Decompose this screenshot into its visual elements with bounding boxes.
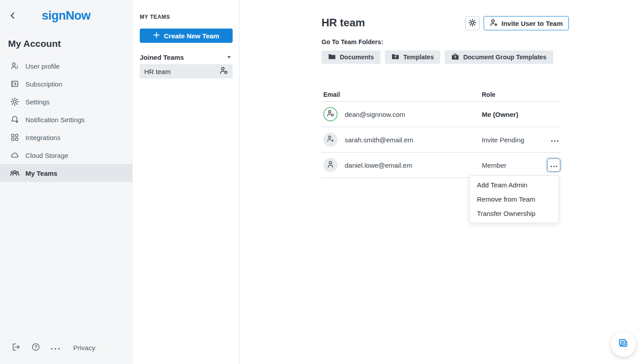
person-icon: [327, 161, 334, 170]
chat-bubbles-icon: [618, 338, 629, 351]
sidebar-item-user-profile[interactable]: User profile: [0, 57, 132, 75]
invite-user-button[interactable]: Invite User to Team: [484, 16, 569, 30]
templates-folder-button[interactable]: Templates: [385, 50, 440, 64]
teams-panel: MY TEAMS Create New Team Joined Teams HR…: [132, 0, 239, 364]
account-sidebar: signNow My Account User profile $ Subscr…: [0, 0, 132, 364]
member-email: sarah.smith@email.em: [345, 136, 413, 144]
folder-template-icon: [392, 53, 399, 61]
sidebar-item-settings[interactable]: Settings: [0, 93, 132, 111]
sidebar-item-notification-settings[interactable]: Notification Settings: [0, 111, 132, 128]
joined-teams-label: Joined Teams: [140, 54, 184, 61]
avatar: [323, 132, 338, 147]
menu-item-transfer-ownership[interactable]: Transfer Ownership: [470, 206, 559, 220]
table-row: daniel.lowe@email.em Member: [322, 153, 560, 178]
sidebar-item-label: Notification Settings: [25, 116, 85, 124]
svg-text:?: ?: [34, 345, 37, 350]
team-list-item-hr-team[interactable]: HR team: [140, 64, 233, 79]
team-members-table: Email Role dean@signnow.com Me (Owner): [322, 87, 560, 178]
avatar: [323, 107, 338, 121]
sidebar-nav: User profile $ Subscription: [0, 57, 132, 182]
sidebar-item-label: My Teams: [25, 170, 57, 177]
briefcase-template-icon: [451, 53, 459, 62]
table-header-row: Email Role: [322, 87, 560, 102]
role-column-header: Role: [482, 91, 541, 98]
team-title: HR team: [322, 17, 365, 29]
plus-icon: [153, 32, 160, 40]
bell-gear-icon: [10, 115, 20, 124]
support-chat-button[interactable]: [611, 332, 636, 357]
sidebar-footer: ? Privacy: [0, 343, 132, 359]
member-context-menu: Add Team Admin Remove from Team Transfer…: [469, 175, 559, 223]
sidebar-item-subscription[interactable]: $ Subscription: [0, 75, 132, 93]
logout-button[interactable]: [11, 343, 21, 353]
sidebar-item-label: Cloud Storage: [25, 152, 68, 159]
ellipsis-icon: [551, 136, 559, 143]
create-new-team-button[interactable]: Create New Team: [140, 29, 233, 43]
folder-icon: [328, 53, 336, 61]
email-column-header: Email: [322, 91, 482, 98]
person-plus-icon: [490, 19, 498, 28]
row-menu-button[interactable]: [549, 135, 560, 145]
sidebar-item-label: Integrations: [25, 134, 60, 141]
joined-teams-toggle[interactable]: Joined Teams: [140, 52, 233, 62]
documents-folder-button[interactable]: Documents: [322, 50, 380, 64]
create-new-team-label: Create New Team: [164, 32, 219, 40]
folder-button-label: Documents: [340, 54, 374, 61]
privacy-link[interactable]: Privacy: [73, 344, 95, 352]
folder-button-label: Document Group Templates: [463, 54, 546, 61]
member-email: dean@signnow.com: [345, 111, 405, 118]
member-email: daniel.lowe@email.em: [345, 161, 412, 169]
menu-item-remove-from-team[interactable]: Remove from Team: [470, 192, 559, 206]
team-settings-button[interactable]: [465, 16, 480, 30]
signnow-logo: signNow: [0, 9, 132, 23]
sidebar-item-label: User profile: [25, 62, 60, 70]
menu-item-add-team-admin[interactable]: Add Team Admin: [470, 178, 559, 192]
sidebar-header: signNow: [0, 9, 132, 25]
avatar: [323, 158, 338, 172]
cloud-icon: [10, 150, 20, 160]
member-role: Invite Pending: [482, 136, 524, 144]
person-owner-icon: [327, 110, 334, 119]
svg-text:$: $: [14, 82, 17, 86]
logout-icon: [11, 342, 21, 354]
more-options-button[interactable]: [50, 343, 61, 353]
document-group-templates-button[interactable]: Document Group Templates: [445, 50, 553, 64]
person-invite-icon: [327, 135, 334, 145]
subscription-icon: $: [10, 79, 20, 89]
sidebar-item-label: Subscription: [25, 80, 63, 88]
team-name: HR team: [144, 68, 171, 75]
invite-user-label: Invite User to Team: [501, 20, 563, 27]
ellipsis-icon: [50, 344, 60, 352]
help-icon: ?: [31, 342, 41, 354]
person-owner-icon: [220, 66, 228, 77]
sidebar-item-integrations[interactable]: Integrations: [0, 128, 132, 146]
integrations-icon: [10, 132, 20, 142]
folder-button-label: Templates: [403, 54, 434, 61]
sidebar-item-my-teams[interactable]: My Teams: [0, 164, 132, 182]
gear-icon: [468, 19, 476, 28]
sidebar-item-cloud-storage[interactable]: Cloud Storage: [0, 146, 132, 164]
chevron-down-icon: [227, 56, 231, 58]
row-menu-button-active[interactable]: [547, 158, 560, 172]
member-role: Me (Owner): [482, 111, 518, 118]
teams-panel-title: MY TEAMS: [140, 14, 170, 20]
sidebar-item-label: Settings: [25, 98, 50, 106]
team-folders-label: Go To Team Folders:: [322, 38, 383, 46]
table-row: dean@signnow.com Me (Owner): [322, 102, 560, 127]
ellipsis-icon: [551, 162, 557, 169]
gear-icon: [10, 97, 20, 107]
page-title: My Account: [8, 38, 61, 49]
user-profile-icon: [10, 61, 20, 71]
team-folder-buttons: Documents Templates Document Group Templ…: [322, 50, 553, 64]
people-group-icon: [10, 168, 20, 178]
table-row: sarah.smith@email.em Invite Pending: [322, 127, 560, 153]
member-role: Member: [482, 161, 506, 169]
help-button[interactable]: ?: [30, 343, 41, 353]
